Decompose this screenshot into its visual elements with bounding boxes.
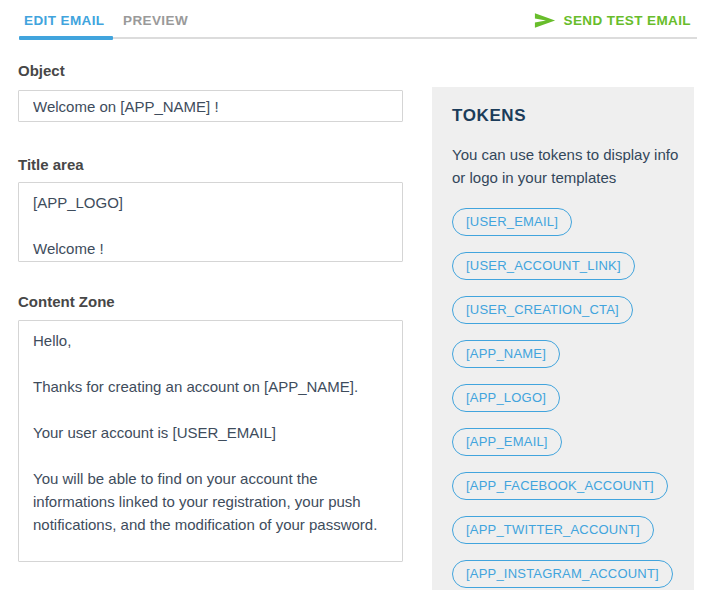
- tokens-description-line2: or logo in your templates: [452, 166, 680, 189]
- title-area-textarea[interactable]: [APP_LOGO] Welcome !: [18, 182, 403, 262]
- send-test-email-button[interactable]: SEND TEST EMAIL: [534, 9, 691, 31]
- content-zone-label: Content Zone: [18, 293, 115, 310]
- token-user-creation-cta[interactable]: [USER_CREATION_CTA]: [452, 296, 633, 324]
- object-input[interactable]: [18, 90, 403, 122]
- token-list: [USER_EMAIL] [USER_ACCOUNT_LINK] [USER_C…: [452, 208, 680, 590]
- content-zone-textarea[interactable]: Hello, Thanks for creating an account on…: [18, 320, 403, 562]
- token-app-email[interactable]: [APP_EMAIL]: [452, 428, 562, 456]
- tokens-panel: TOKENS You can use tokens to display inf…: [432, 87, 694, 590]
- title-area-label: Title area: [18, 156, 84, 173]
- token-app-instagram-account[interactable]: [APP_INSTAGRAM_ACCOUNT]: [452, 560, 673, 588]
- token-user-account-link[interactable]: [USER_ACCOUNT_LINK]: [452, 252, 635, 280]
- tokens-panel-title: TOKENS: [452, 106, 680, 126]
- tokens-description-line1: You can use tokens to display info: [452, 143, 680, 166]
- tokens-panel-description: You can use tokens to display info or lo…: [452, 143, 680, 189]
- token-app-name[interactable]: [APP_NAME]: [452, 340, 560, 368]
- email-form: Object Title area [APP_LOGO] Welcome ! C…: [18, 0, 403, 590]
- token-app-logo[interactable]: [APP_LOGO]: [452, 384, 560, 412]
- token-user-email[interactable]: [USER_EMAIL]: [452, 208, 572, 236]
- email-editor-page: EDIT EMAIL PREVIEW SEND TEST EMAIL Objec…: [0, 0, 704, 590]
- send-test-email-label: SEND TEST EMAIL: [563, 13, 691, 28]
- object-label: Object: [18, 62, 65, 79]
- token-app-facebook-account[interactable]: [APP_FACEBOOK_ACCOUNT]: [452, 472, 668, 500]
- send-icon: [534, 12, 556, 29]
- token-app-twitter-account[interactable]: [APP_TWITTER_ACCOUNT]: [452, 516, 654, 544]
